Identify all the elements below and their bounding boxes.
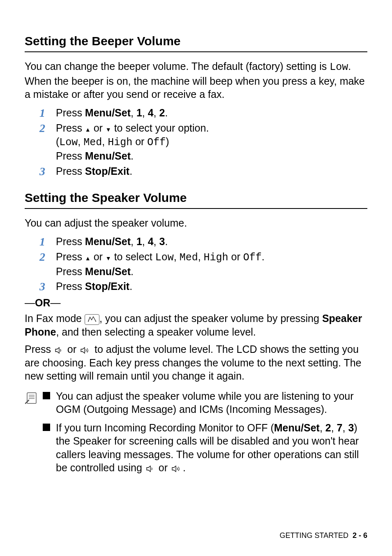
or-text: OR <box>35 297 51 308</box>
or-label: —OR— <box>25 296 367 310</box>
t: . <box>183 462 186 473</box>
t: High <box>108 137 132 148</box>
note-icon <box>25 389 43 407</box>
t: , <box>142 236 148 247</box>
t: 1 <box>136 236 142 247</box>
footer-label: GETTING STARTED <box>280 531 348 540</box>
down-arrow-icon <box>106 122 111 134</box>
note-text: If you turn Incoming Recording Monitor t… <box>56 421 367 475</box>
t: Menu/Set <box>274 422 320 433</box>
note-list: You can adjust the speaker volume while … <box>43 389 367 480</box>
t: 4 <box>148 236 154 247</box>
t: 3 <box>348 422 354 433</box>
step-number: 3 <box>39 164 56 178</box>
t: , you can adjust the speaker volume by p… <box>99 313 322 324</box>
t: . <box>131 150 134 162</box>
t: High <box>204 252 228 264</box>
t: Off <box>243 252 262 264</box>
step-number: 2 <box>39 250 56 264</box>
step-number: 1 <box>39 106 56 120</box>
t: Press <box>56 251 85 262</box>
t: or <box>228 251 243 262</box>
t: Stop/Exit <box>85 280 129 292</box>
volume-down-icon <box>54 346 65 354</box>
t: Press <box>56 266 85 277</box>
step-row: 2 Press or to select Low, Med, High or O… <box>39 250 367 278</box>
volume-up-icon <box>79 346 92 354</box>
t: Off <box>147 137 166 148</box>
step-row: 3 Press Stop/Exit. <box>39 164 367 178</box>
text-mono: Low <box>330 61 348 73</box>
step-text: Press Stop/Exit. <box>56 280 367 293</box>
t: Low <box>155 252 174 264</box>
note-item: If you turn Incoming Recording Monitor t… <box>43 421 367 475</box>
t: . <box>165 236 168 247</box>
down-arrow-icon <box>106 251 111 262</box>
speaker-intro: You can adjust the speaker volume. <box>25 216 367 230</box>
step-text: Press Menu/Set, 1, 4, 3. <box>56 235 367 248</box>
t: Press <box>56 280 85 292</box>
t: Press <box>56 122 85 134</box>
t: . <box>131 266 134 277</box>
note-item: You can adjust the speaker volume while … <box>43 389 367 416</box>
t: Menu/Set <box>85 266 131 277</box>
t: Press <box>56 107 85 118</box>
step-text: Press or to select your option. (Low, Me… <box>56 121 367 163</box>
t: , <box>320 422 325 433</box>
step-text: Press Stop/Exit. <box>56 164 367 178</box>
t: ) <box>166 136 169 147</box>
options-line: (Low, Med, High or Off) <box>56 135 367 150</box>
t: If you turn Incoming Recording Monitor t… <box>56 422 274 433</box>
t: to select <box>111 251 155 262</box>
speaker-steps: 1 Press Menu/Set, 1, 4, 3. 2 Press or to… <box>39 235 367 294</box>
step-row: 1 Press Menu/Set, 1, 4, 3. <box>39 235 367 249</box>
t: , <box>343 422 348 433</box>
press-line: Press Menu/Set. <box>56 265 367 278</box>
t: 1 <box>136 107 142 118</box>
fax-mode-para: In Fax mode , you can adjust the speaker… <box>25 312 367 338</box>
t: , <box>331 422 337 433</box>
beeper-steps: 1 Press Menu/Set, 1, 4, 2. 2 Press or to… <box>39 106 367 178</box>
step-number: 2 <box>39 121 56 135</box>
t: Menu/Set <box>85 107 131 118</box>
up-arrow-icon <box>85 122 91 134</box>
step-number: 1 <box>39 235 56 249</box>
t: , <box>102 136 108 147</box>
t: Stop/Exit <box>85 165 129 177</box>
t: , and then selecting a speaker volume le… <box>56 326 256 338</box>
t: . <box>129 165 132 177</box>
t: or <box>132 136 147 147</box>
t: Med <box>83 137 102 148</box>
t: . <box>165 107 168 118</box>
t: Low <box>59 137 78 148</box>
t: , <box>154 107 159 118</box>
step-text: Press or to select Low, Med, High or Off… <box>56 250 367 278</box>
note-block: You can adjust the speaker volume while … <box>25 389 367 480</box>
t: or <box>91 122 106 134</box>
footer-page: 2 - 6 <box>353 531 367 540</box>
t: Menu/Set <box>85 236 131 247</box>
t: or <box>67 343 79 355</box>
t: or <box>159 462 171 473</box>
footer: GETTING STARTED 2 - 6 <box>280 531 367 540</box>
text: You can change the beeper volume. The de… <box>25 60 330 72</box>
bullet-icon <box>43 424 50 431</box>
step-text: Press Menu/Set, 1, 4, 2. <box>56 106 367 120</box>
t: , <box>198 251 204 262</box>
step-row: 3 Press Stop/Exit. <box>39 280 367 294</box>
t: . <box>262 251 265 262</box>
t: 2 <box>325 422 331 433</box>
t: In Fax mode <box>25 313 85 324</box>
up-arrow-icon <box>85 251 91 262</box>
t: , <box>174 251 180 262</box>
t: 3 <box>159 236 165 247</box>
beeper-intro: You can change the beeper volume. The de… <box>25 60 367 101</box>
t: 2 <box>159 107 165 118</box>
t: 4 <box>148 107 154 118</box>
heading-speaker: Setting the Speaker Volume <box>25 190 367 209</box>
press-line: Press Menu/Set. <box>56 149 367 163</box>
t: Press <box>56 165 85 177</box>
t: , <box>131 107 136 118</box>
press-para: Press or to adjust the volume level. The… <box>25 343 367 383</box>
t: Press <box>56 236 85 247</box>
